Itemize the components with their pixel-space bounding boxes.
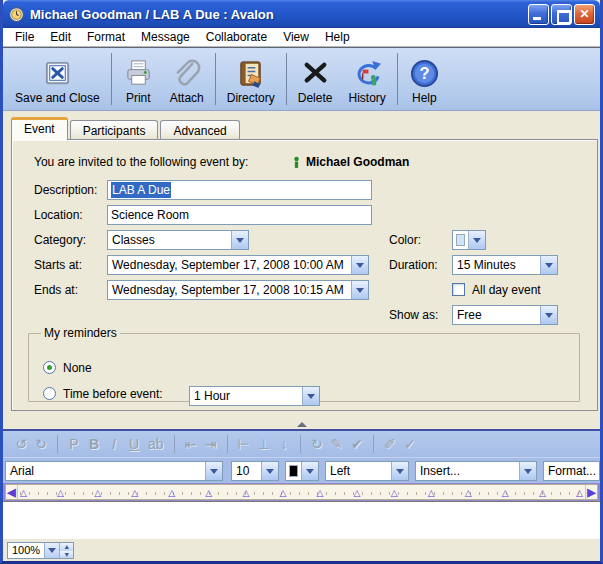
font-size-dropdown[interactable]: 10 <box>231 461 279 481</box>
chevron-down-icon[interactable] <box>351 256 368 274</box>
chevron-down-icon[interactable] <box>351 281 368 299</box>
chevron-down-icon[interactable] <box>261 462 278 480</box>
tab-event[interactable]: Event <box>11 117 68 140</box>
title-bar[interactable]: Michael Goodman / LAB A Due : Avalon ✕ <box>3 0 600 28</box>
bold-icon[interactable]: B <box>84 433 104 455</box>
all-day-checkbox[interactable] <box>452 283 465 296</box>
tab-participants[interactable]: Participants <box>70 120 159 140</box>
chevron-down-icon[interactable] <box>519 462 536 480</box>
chevron-down-icon[interactable] <box>302 387 319 405</box>
tab-stop-icon[interactable]: △ <box>131 488 138 499</box>
chevron-down-icon[interactable] <box>301 462 318 480</box>
maximize-button[interactable] <box>551 4 572 25</box>
tab-stop-icon[interactable]: △ <box>539 488 546 499</box>
tab-stop-icon[interactable]: △ <box>205 488 212 499</box>
tab-left-icon[interactable]: ⊢ <box>234 433 254 455</box>
close-button[interactable]: ✕ <box>574 4 595 25</box>
starts-at-dropdown[interactable]: Wednesday, September 17, 2008 10:00 AM <box>107 255 369 275</box>
duration-dropdown[interactable]: 15 Minutes <box>452 255 558 275</box>
tab-drop-icon[interactable]: ↓ <box>274 433 294 455</box>
ruler[interactable]: ◀ △△△△△△△△△△△△△△△△ ▶ <box>5 484 598 500</box>
pane-splitter[interactable] <box>3 419 600 429</box>
tab-stop-icon[interactable]: △ <box>242 488 249 499</box>
toolbar-separator <box>397 53 398 105</box>
reminder-time-radio[interactable] <box>43 387 56 400</box>
menu-message[interactable]: Message <box>133 28 198 46</box>
spinner-down-icon[interactable]: ▼ <box>60 551 73 559</box>
tab-stop-icon[interactable]: △ <box>354 488 361 499</box>
delete-button[interactable]: Delete <box>290 50 341 108</box>
strikethrough-icon[interactable]: ab <box>144 433 168 455</box>
chevron-down-icon[interactable] <box>540 256 557 274</box>
history-button[interactable]: History <box>340 50 393 108</box>
menu-edit[interactable]: Edit <box>42 28 79 46</box>
undo-icon[interactable]: ↺ <box>11 433 31 455</box>
tab-stop-icon[interactable]: △ <box>576 488 583 499</box>
insert-dropdown[interactable]: Insert... <box>415 461 537 481</box>
message-body[interactable] <box>3 501 600 538</box>
spinner-up-icon[interactable]: ▲ <box>60 543 73 551</box>
menu-file[interactable]: File <box>7 28 42 46</box>
spellcheck-icon[interactable]: ✓ <box>400 433 420 455</box>
underline-icon[interactable]: U <box>124 433 144 455</box>
location-field[interactable]: Science Room <box>107 205 372 225</box>
tab-stop-icon[interactable]: △ <box>94 488 101 499</box>
font-color-dropdown[interactable] <box>285 461 319 481</box>
reminder-time-dropdown[interactable]: 1 Hour <box>189 386 320 406</box>
description-field[interactable]: LAB A Due <box>107 180 372 200</box>
tab-stop-icon[interactable]: △ <box>20 488 27 499</box>
minimize-button[interactable] <box>528 4 549 25</box>
menu-format[interactable]: Format <box>79 28 133 46</box>
chevron-down-icon[interactable] <box>540 306 557 324</box>
invited-label: You are invited to the following event b… <box>34 152 248 172</box>
chevron-down-icon[interactable] <box>231 231 248 249</box>
indent-icon[interactable]: ⇥ <box>201 433 221 455</box>
redo-icon[interactable]: ↻ <box>31 433 51 455</box>
tab-stop-icon[interactable]: △ <box>428 488 435 499</box>
tab-stop-icon[interactable]: △ <box>391 488 398 499</box>
menu-help[interactable]: Help <box>317 28 358 46</box>
menu-view[interactable]: View <box>275 28 317 46</box>
menu-collaborate[interactable]: Collaborate <box>198 28 275 46</box>
print-button[interactable]: Print <box>115 50 162 108</box>
zoom-spinner[interactable]: ▲▼ <box>59 543 73 558</box>
tab-stop-icon[interactable]: △ <box>502 488 509 499</box>
tab-label: Event <box>24 122 55 136</box>
category-dropdown[interactable]: Classes <box>107 230 249 250</box>
chevron-down-icon[interactable] <box>391 462 408 480</box>
save-and-close-button[interactable]: Save and Close <box>7 50 108 108</box>
toolbar-button-label: Print <box>126 91 151 105</box>
show-as-dropdown[interactable]: Free <box>452 305 558 325</box>
directory-button[interactable]: Directory <box>219 50 283 108</box>
font-family-dropdown[interactable]: Arial <box>5 461 223 481</box>
left-margin-marker[interactable]: ◀ <box>6 485 18 499</box>
paragraph-icon[interactable]: P <box>64 433 84 455</box>
chevron-down-icon[interactable] <box>44 543 59 558</box>
tab-stop-icon[interactable]: △ <box>317 488 324 499</box>
tab-stop-icon[interactable]: △ <box>57 488 64 499</box>
tab-stop-icon[interactable]: △ <box>279 488 286 499</box>
reminder-none-radio[interactable] <box>43 361 56 374</box>
tab-stop-icon[interactable]: △ <box>168 488 175 499</box>
attach-button[interactable]: Attach <box>162 50 212 108</box>
tab-advanced[interactable]: Advanced <box>160 120 239 140</box>
tab-stop-icon[interactable]: △ <box>465 488 472 499</box>
app-window: Michael Goodman / LAB A Due : Avalon ✕ F… <box>0 0 603 564</box>
insert-value: Insert... <box>416 462 519 480</box>
right-margin-marker[interactable]: ▶ <box>585 485 597 499</box>
chevron-down-icon[interactable] <box>205 462 222 480</box>
color-dropdown[interactable] <box>452 230 486 250</box>
revert-icon[interactable]: ↻ <box>307 433 327 455</box>
italic-icon[interactable]: I <box>104 433 124 455</box>
pen-icon[interactable]: ✎ <box>327 433 347 455</box>
help-button[interactable]: ? Help <box>401 50 448 108</box>
chevron-down-icon[interactable] <box>468 231 485 249</box>
ends-at-dropdown[interactable]: Wednesday, September 17, 2008 10:15 AM <box>107 280 369 300</box>
zoom-control[interactable]: 100% ▲▼ <box>7 542 74 559</box>
alignment-dropdown[interactable]: Left <box>325 461 409 481</box>
approve-icon[interactable]: ✔ <box>347 433 367 455</box>
outdent-icon[interactable]: ⇤ <box>181 433 201 455</box>
format-dropdown[interactable]: Format... <box>543 461 600 481</box>
highlight-icon[interactable]: ✐ <box>380 433 400 455</box>
tab-center-icon[interactable]: ⊥ <box>254 433 274 455</box>
